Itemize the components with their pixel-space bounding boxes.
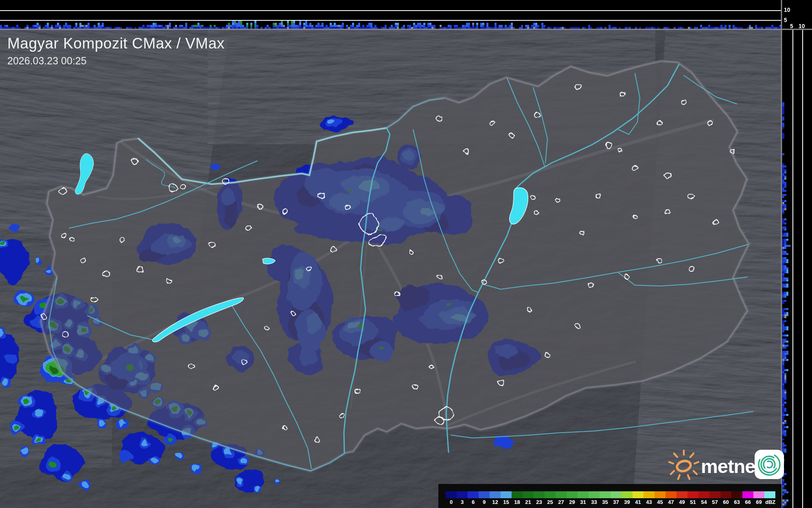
- colorbar-segment: [534, 491, 545, 498]
- colorbar-segment: [633, 491, 643, 498]
- colorbar-tick-label: 12: [490, 499, 501, 505]
- colorbar-segment: [457, 491, 468, 498]
- colorbar-tick-label: 51: [687, 499, 698, 505]
- colorbar-tick-label: 29: [567, 499, 578, 505]
- colorbar-tick-label: 69: [753, 499, 764, 505]
- colorbar-segment: [687, 491, 698, 498]
- colorbar-segment: [545, 491, 556, 498]
- colorbar-segment: [698, 491, 709, 498]
- colorbar-segment: [490, 491, 501, 498]
- colorbar-tick-label: 39: [622, 499, 633, 505]
- radar-map: [0, 0, 812, 508]
- colorbar-tick-label: 15: [501, 499, 512, 505]
- colorbar-segment: [709, 491, 720, 498]
- top-axis-label-5: 5: [784, 17, 787, 23]
- colorbar-segment: [567, 491, 578, 498]
- colorbar-tick-labels: 0369121518212325272931333537394143454749…: [446, 499, 781, 505]
- metnet-logo[interactable]: metnet: [668, 447, 789, 483]
- colorbar-segment: [622, 491, 633, 498]
- colorbar-tick-label: 25: [545, 499, 556, 505]
- colorbar-segment: [643, 491, 654, 498]
- right-axis-label-10: 10: [799, 23, 805, 29]
- colorbar-segment: [720, 491, 731, 498]
- colorbar-segment: [731, 491, 742, 498]
- colorbar-segment: [665, 491, 676, 498]
- colorbar-segment: [676, 491, 687, 498]
- colorbar-tick-label: 63: [731, 499, 742, 505]
- colorbar-tick-label: 57: [709, 499, 720, 505]
- right-axis-label-5: 5: [790, 23, 793, 29]
- colorbar-tick-label: 23: [534, 499, 545, 505]
- colorbar-segment: [479, 491, 490, 498]
- spiral-app-icon: [755, 450, 784, 479]
- colorbar-tick-label: 0: [446, 499, 457, 505]
- colorbar-tick-label: 54: [698, 499, 709, 505]
- colorbar-segment: [512, 491, 523, 498]
- colorbar-tick-label: 3: [457, 499, 468, 505]
- title-block: Magyar Kompozit CMax / VMax 2026.03.23 0…: [7, 35, 225, 67]
- colorbar-segment: [523, 491, 534, 498]
- colorbar-tick-label: 33: [589, 499, 600, 505]
- colorbar-segment: [556, 491, 567, 498]
- top-axis-label-10: 10: [784, 7, 790, 13]
- map-area: [0, 0, 812, 508]
- page-title: Magyar Kompozit CMax / VMax: [7, 35, 225, 53]
- radar-screen: Magyar Kompozit CMax / VMax 2026.03.23 0…: [0, 0, 812, 508]
- colorbar-tick-label: 21: [523, 499, 534, 505]
- colorbar-segment: [611, 491, 622, 498]
- colorbar-tick-label: 27: [556, 499, 567, 505]
- colorbar-segment: [600, 491, 611, 498]
- colorbar-segment: [589, 491, 600, 498]
- dbz-colorbar: 0369121518212325272931333537394143454749…: [438, 484, 781, 508]
- colorbar-segments: [446, 491, 775, 498]
- colorbar-tick-label: 60: [720, 499, 731, 505]
- colorbar-tick-label: 9: [479, 499, 490, 505]
- colorbar-segment: [753, 491, 764, 498]
- colorbar-segment: [654, 491, 665, 498]
- colorbar-tick-label: 6: [468, 499, 479, 505]
- colorbar-tick-label: 43: [643, 499, 654, 505]
- colorbar-tick-label: 45: [654, 499, 665, 505]
- colorbar-segment: [501, 491, 512, 498]
- colorbar-tick-label: 18: [512, 499, 523, 505]
- logo-text: metnet: [701, 455, 762, 477]
- colorbar-segment: [764, 491, 775, 498]
- timestamp: 2026.03.23 00:25: [7, 55, 225, 67]
- colorbar-segment: [446, 491, 457, 498]
- colorbar-tick-label: 66: [742, 499, 753, 505]
- colorbar-tick-label: 31: [578, 499, 589, 505]
- colorbar-segment: [468, 491, 479, 498]
- colorbar-segment: [742, 491, 753, 498]
- colorbar-tick-label: 49: [676, 499, 687, 505]
- colorbar-tick-label: 47: [665, 499, 676, 505]
- sun-icon: [669, 451, 698, 479]
- colorbar-tick-label: 37: [611, 499, 622, 505]
- colorbar-tick-label: 41: [633, 499, 643, 505]
- colorbar-tick-label: dBZ: [764, 499, 781, 505]
- colorbar-tick-label: 35: [600, 499, 611, 505]
- colorbar-segment: [578, 491, 589, 498]
